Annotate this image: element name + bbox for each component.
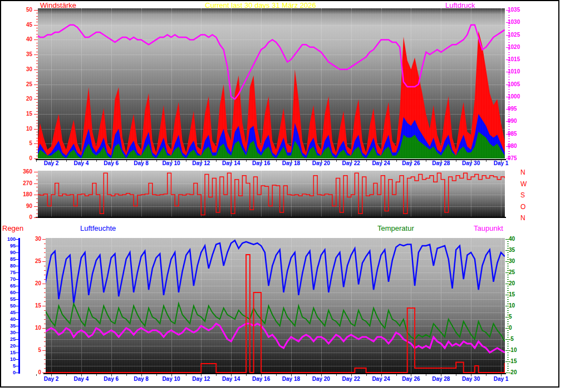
temperature-axis-tick — [507, 301, 509, 302]
wind-axis-tick — [36, 13, 38, 13]
compass-label: N — [520, 214, 525, 222]
temperature-y-axis-label: 10 — [509, 303, 515, 309]
rain-axis-tick — [44, 266, 46, 266]
wind-y-axis-label: 30 — [1, 67, 32, 72]
temperature-axis-tick — [507, 315, 509, 315]
pressure-axis-tick — [506, 158, 510, 159]
direction-axis-tick — [36, 202, 38, 203]
pressure-axis-tick — [506, 47, 510, 48]
humidity-axis-tick — [16, 333, 18, 333]
wind-axis-tick — [36, 76, 38, 76]
bottom-x-tick — [126, 374, 127, 376]
top-x-tick — [216, 160, 217, 162]
temperature-axis-tick — [507, 310, 509, 311]
pressure-axis-tick — [506, 35, 510, 36]
wind-gust-series — [38, 31, 505, 158]
bottom-x-tick — [501, 374, 502, 376]
pressure-axis-tick — [508, 39, 510, 40]
pressure-axis-tick — [508, 82, 510, 82]
humidity-axis-tick — [16, 353, 18, 353]
wind-axis-tick — [36, 141, 38, 141]
humidity-axis-tick — [16, 272, 18, 273]
temperature-axis-tick — [507, 346, 509, 346]
wind-axis-tick — [34, 39, 38, 40]
bottom-x-axis-line — [43, 373, 506, 374]
wind-axis-tick — [36, 34, 38, 34]
temperature-axis-tick — [507, 326, 509, 326]
temperature-axis-tick — [507, 297, 509, 297]
rain-axis-tick — [44, 368, 46, 369]
temperature-axis-tick — [507, 286, 509, 286]
bottom-x-tick — [381, 374, 382, 376]
humidity-axis-tick — [16, 286, 18, 286]
pressure-axis-tick — [508, 141, 510, 142]
pressure-axis-tick — [508, 57, 510, 58]
wind-axis-tick — [36, 22, 38, 22]
top-x-tick — [171, 160, 172, 162]
temperature-axis-tick — [505, 284, 509, 284]
direction-axis-tick — [34, 206, 38, 207]
wind-axis-tick — [36, 28, 38, 28]
temperature-axis-tick — [507, 324, 509, 324]
wind-axis-tick — [36, 61, 38, 61]
pressure-axis-tick — [508, 129, 510, 130]
wind-y-axis-label: 50 — [1, 7, 32, 13]
rain-axis-tick — [44, 257, 46, 257]
temperature-axis-tick — [505, 350, 509, 351]
top-x-tick — [411, 160, 411, 162]
humidity-y-axis-label: 40 — [1, 316, 16, 322]
temperature-axis-tick — [507, 248, 509, 249]
bottom-x-tick — [171, 374, 172, 376]
bottom-x-tick — [261, 374, 262, 376]
top-x-tick — [246, 160, 247, 162]
pressure-axis-tick — [508, 32, 510, 33]
bottom-day-label: Day 20 — [310, 376, 332, 382]
wind-axis-tick — [36, 37, 38, 37]
pressure-series — [38, 25, 505, 100]
humidity-y-axis-label: 75 — [1, 270, 16, 275]
rain-axis-tick — [44, 355, 46, 355]
direction-y-axis-label: 90 — [1, 204, 32, 209]
humidity-axis-tick — [16, 292, 18, 293]
rain-axis-tick — [42, 306, 46, 306]
direction-axis-tick — [36, 214, 38, 214]
humidity-y-axis-label: 95 — [1, 243, 16, 249]
humidity-axis-tick — [16, 279, 18, 280]
humidity-y-axis-label: 45 — [1, 310, 16, 315]
temperature-y-axis-label: 35 — [509, 247, 515, 253]
direction-y-axis-label: 180 — [1, 192, 32, 197]
temperature-y-axis-label: 25 — [509, 270, 515, 275]
temperature-chart-label: Temperatur — [377, 224, 414, 232]
humidity-axis-tick — [16, 319, 18, 320]
rain-axis-tick — [44, 244, 46, 244]
wind-axis-tick — [36, 31, 38, 31]
pressure-axis-tick — [506, 85, 510, 85]
temperature-axis-tick — [507, 266, 509, 266]
temperature-axis-tick — [507, 368, 509, 369]
bottom-x-tick — [186, 374, 186, 376]
pressure-axis-tick — [506, 22, 510, 23]
temperature-axis-tick — [507, 312, 509, 313]
top-x-tick — [276, 160, 277, 162]
bottom-x-tick — [201, 374, 202, 376]
rain-axis-tick — [44, 319, 46, 320]
dewpoint-chart-label: Taupunkt — [474, 224, 503, 232]
temperature-axis-tick — [507, 257, 509, 257]
rain-axis-tick — [44, 279, 46, 280]
wind-axis-tick — [36, 111, 38, 112]
direction-axis-tick — [36, 180, 38, 180]
direction-axis-tick — [36, 210, 38, 210]
dewpoint-series — [46, 324, 505, 353]
rain-y-axis-label: 0 — [1, 370, 41, 375]
wind-axis-tick — [36, 72, 38, 73]
pressure-axis-tick — [508, 20, 510, 21]
temperature-axis-tick — [507, 246, 509, 246]
direction-axis-tick — [34, 183, 38, 184]
bottom-day-label: Day 2 — [40, 376, 62, 382]
wind-direction-series — [38, 173, 505, 215]
wind-axis-tick — [36, 63, 38, 64]
bottom-x-tick — [231, 374, 232, 376]
humidity-y-axis-label: 60 — [1, 290, 16, 295]
pressure-axis-tick — [506, 134, 510, 135]
bottom-x-tick — [51, 374, 52, 376]
